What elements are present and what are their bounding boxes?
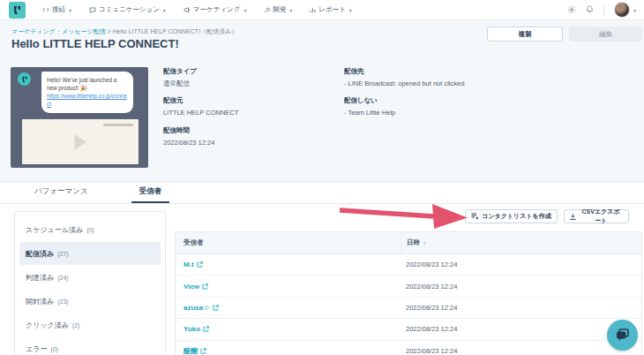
nav-item-develop[interactable]: 開発 ▼ [264,5,293,14]
navbar-right: ▼ [567,2,637,18]
message-link[interactable]: https://www.littlehelp.co.jp/connect [47,93,127,107]
detail-label: 配信元 [163,96,331,105]
filter-label: 開封済み [26,297,54,306]
filter-count: (24) [57,275,68,281]
navbar-divider [603,4,604,16]
detail-label: 配信しない [344,96,547,105]
recipient-link[interactable]: View [183,283,199,291]
sort-asc-icon: ↑ [423,239,426,247]
external-link-icon [200,348,206,354]
recipient-link[interactable]: M.t [183,261,194,268]
filter-count: (23) [57,298,68,305]
filter-label: スケジュール済み [26,225,83,235]
csv-export-label: CSVエクスポート [579,208,623,225]
chat-widget-button[interactable] [607,320,638,351]
csv-export-button[interactable]: CSVエクスポート [564,209,629,223]
recipient-link[interactable]: 醍醐 [183,346,198,355]
detail-label: 配信タイプ [163,67,331,76]
video-watermark [103,124,133,126]
recipient-link[interactable]: azusa☺ [183,304,210,312]
nav-item-label: 接続 [52,5,65,14]
nav-item-connect[interactable]: 接続 ▼ [42,5,72,14]
filter-count: (2) [72,322,80,329]
table-row: Yuko 2022/08/23 12:24 [176,319,641,340]
column-header-recipient[interactable]: 受信者 [176,232,401,253]
details-column-2: 配信先 - LINE Broadcast: opened but not cli… [344,67,547,126]
nav-item-communication[interactable]: コミュニケーション ▼ [89,5,167,14]
tab-recipients[interactable]: 受信者 [131,182,170,203]
recipient-date: 2022/08/23 12:24 [401,261,641,268]
tab-performance[interactable]: パフォーマンス [26,182,96,203]
filter-opened[interactable]: 開封済み (23) [19,290,161,313]
link-icon [42,7,49,12]
sender-avatar [18,72,31,86]
external-link-icon [202,283,208,290]
tab-bar: パフォーマンス 受信者 [0,182,644,204]
chat-icon [89,7,96,13]
chevron-down-icon: ▼ [348,8,353,13]
filter-label: クリック済み [26,321,69,330]
detail-label: 配信時間 [163,126,331,135]
filter-label: 配信済み [26,249,54,259]
chevron-down-icon: ▼ [633,8,637,13]
filter-scheduled[interactable]: スケジュール済み (0) [19,218,161,241]
filter-count: (0) [86,227,94,233]
logo-glyph [12,5,22,15]
filter-count: (0) [50,346,58,352]
top-navbar: 接続 ▼ コミュニケーション ▼ マーケティング ▼ 開発 ▼ [0,0,644,20]
play-icon [75,134,86,150]
recipient-link[interactable]: Yuko [183,325,200,333]
detail-value: - LINE Broadcast: opened but not clicked [344,79,547,88]
duplicate-button[interactable]: 複製 [487,26,563,42]
filter-delivered[interactable]: 到達済み (24) [19,266,161,289]
nav-item-label: レポート [318,5,346,14]
video-thumbnail[interactable] [22,119,139,164]
download-icon [570,213,576,221]
breadcrumb-separator: > [108,28,111,34]
nav-item-label: マーケティング [193,5,241,14]
breadcrumb-current: Hello LITTLE HELP CONNECT!（配信済み） [113,28,238,34]
recipients-table: 受信者 日時 ↑ M.t 2022/08/23 12:24 View 2022 [175,231,642,355]
recipients-panel: パフォーマンス 受信者 スケジュール済み (0) 配信済み (27) 到達済み … [0,181,644,355]
filter-label: 到達済み [26,273,54,283]
filter-error[interactable]: エラー (0) [19,337,161,355]
filter-label: エラー [26,344,47,354]
avatar [614,2,630,18]
megaphone-icon [183,7,191,13]
user-avatar[interactable]: ▼ [614,2,637,18]
chat-bubble: Hello! We've just launched a new product… [41,72,133,113]
recipient-date: 2022/08/23 12:24 [401,283,641,291]
detail-value: 通常配信 [163,79,331,88]
filter-sent[interactable]: 配信済み (27) [19,242,161,265]
page-title: Hello LITTLE HELP CONNECT! [11,37,179,50]
nav-item-label: コミュニケーション [99,5,160,14]
edit-button-disabled: 編集 [569,26,642,42]
wrench-icon [264,7,270,13]
table-row: View 2022/08/23 12:24 [176,276,641,297]
recipient-date: 2022/08/23 12:24 [401,304,641,312]
detail-value: - Team Little Help [344,108,547,117]
breadcrumb-link[interactable]: マーケティング・メッセージ配信 [11,28,106,34]
chart-icon [310,7,316,13]
chevron-down-icon: ▼ [68,8,72,13]
table-row: M.t 2022/08/23 12:24 [176,254,641,276]
datetime-header-label: 日時 [407,238,420,247]
column-header-datetime[interactable]: 日時 ↑ [401,232,641,253]
settings-gear-icon[interactable] [567,5,576,14]
external-link-icon [203,326,209,332]
create-contact-list-label: コンタクトリストを作成 [482,212,550,221]
chevron-down-icon: ▼ [288,8,293,13]
app-logo[interactable] [9,2,26,19]
external-link-icon [197,261,203,268]
detail-value: LITTLE HELP CONNECT [163,108,331,117]
nav-item-marketing[interactable]: マーケティング ▼ [183,5,248,14]
chevron-down-icon: ▼ [243,8,247,13]
line-message-preview: Hello! We've just launched a new product… [11,67,148,168]
nav-item-report[interactable]: レポート ▼ [310,5,352,14]
filter-clicked[interactable]: クリック済み (2) [19,313,161,336]
detail-label: 配信先 [344,67,547,76]
notifications-bell-icon[interactable] [586,5,594,14]
nav-item-label: 開発 [273,5,286,14]
create-contact-list-button[interactable]: コンタクトリストを作成 [465,209,558,223]
breadcrumb: マーケティング・メッセージ配信 > Hello LITTLE HELP CONN… [11,27,237,36]
